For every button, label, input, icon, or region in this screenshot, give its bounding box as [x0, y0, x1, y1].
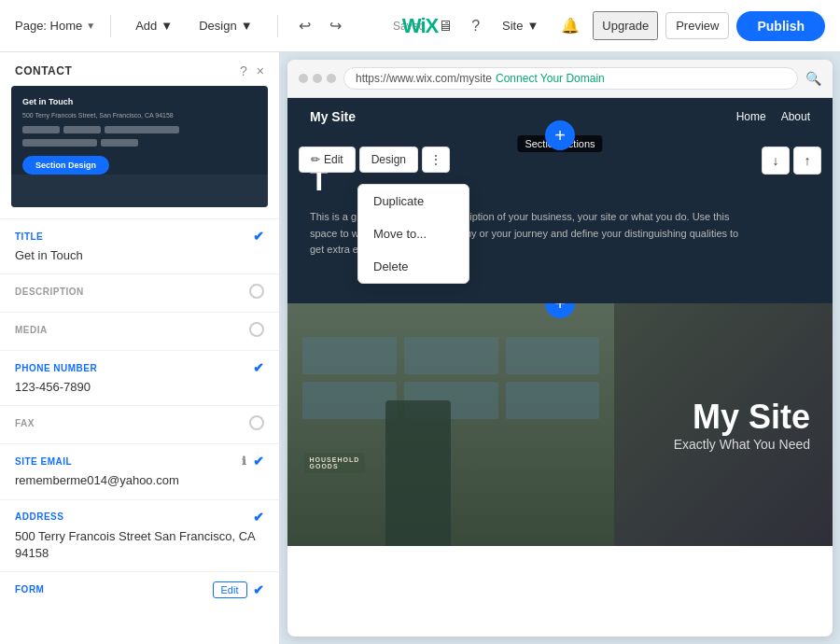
- add-button[interactable]: Add ▼: [126, 13, 182, 38]
- section-design-button[interactable]: Section Design: [22, 156, 109, 175]
- panel-help-icon[interactable]: ?: [240, 63, 247, 78]
- section-add-top-button[interactable]: +: [545, 120, 575, 150]
- facade-window-2: [404, 337, 498, 374]
- design-chevron-icon: ▼: [241, 19, 253, 33]
- preview-fields: [22, 126, 179, 133]
- photo-site-name: My Site: [674, 398, 810, 437]
- field-email-value: rememberme014@yahoo.com: [15, 472, 264, 489]
- browser-dot-red: [299, 74, 308, 83]
- dropdown-delete[interactable]: Delete: [358, 250, 469, 283]
- site-nav-links: Home About: [736, 110, 810, 123]
- field-media: MEDIA: [0, 312, 279, 350]
- left-panel: CONTACT ? × Get in Touch 500 Terry Franc…: [0, 52, 280, 644]
- facade-window-1: [302, 337, 397, 374]
- field-form-edit-button[interactable]: Edit: [213, 581, 247, 598]
- preview-fields-2: [22, 139, 138, 147]
- section-move-buttons: ↓ ↑: [762, 147, 821, 175]
- preview-field-5: [101, 139, 138, 147]
- panel-close-icon[interactable]: ×: [257, 63, 264, 78]
- facade-window-3: [506, 337, 600, 374]
- browser-url-bar[interactable]: https://www.wix.com/mysite Connect Your …: [343, 67, 798, 90]
- help-button[interactable]: ?: [466, 14, 485, 38]
- preview-field-2: [63, 126, 101, 133]
- design-button[interactable]: Design ▼: [189, 13, 261, 38]
- nav-right-group: Saved 🖥 ? Site ▼ 🔔 Upgrade Preview Publi…: [389, 11, 825, 41]
- field-media-circle-icon: [249, 322, 264, 337]
- section-actions-area: Section Actions + ✏ Edit Design ⋮ ↓: [287, 135, 833, 303]
- facade-windows: [287, 322, 614, 434]
- preview-button[interactable]: Preview: [665, 12, 729, 39]
- facade-window-4: [302, 382, 397, 419]
- field-fax: FAX: [0, 405, 279, 443]
- store-sign: HOUSEHOLDGOODS: [304, 453, 366, 473]
- publish-button[interactable]: Publish: [736, 11, 825, 41]
- photo-text: My Site Exactly What You Need: [674, 398, 810, 452]
- field-phone-check-icon: ✔: [253, 360, 265, 375]
- browser-frame: https://www.wix.com/mysite Connect Your …: [287, 60, 833, 637]
- panel-header: CONTACT ? ×: [0, 52, 279, 86]
- website-content: My Site Home About Section Actions + ✏ E…: [287, 98, 833, 637]
- connect-domain-link[interactable]: Connect Your Domain: [496, 72, 605, 85]
- field-label-address: ADDRESS ✔: [15, 510, 264, 525]
- browser-search-icon[interactable]: 🔍: [805, 71, 821, 86]
- site-chevron-icon: ▼: [526, 19, 539, 33]
- url-text: https://www.wix.com/mysite: [356, 72, 492, 85]
- photo-section: + HOUSEHOLDGOO: [287, 303, 833, 546]
- preview-field-4: [22, 139, 97, 147]
- field-phone: PHONE NUMBER ✔ 123-456-7890: [0, 350, 279, 405]
- field-label-title: TITLE ✔: [15, 229, 264, 244]
- contact-preview: Get in Touch 500 Terry Francois Street, …: [11, 86, 268, 207]
- field-fax-circle-icon: [249, 415, 264, 430]
- field-label-media: MEDIA: [15, 322, 264, 337]
- redo-button[interactable]: ↪: [324, 13, 347, 38]
- notifications-bell-icon[interactable]: 🔔: [555, 13, 585, 38]
- undo-button[interactable]: ↩: [293, 13, 316, 38]
- field-title: TITLE ✔ Get in Touch: [0, 218, 279, 273]
- nav-divider-2: [277, 15, 278, 37]
- photo-tagline: Exactly What You Need: [674, 437, 810, 452]
- site-button[interactable]: Site ▼: [493, 13, 548, 38]
- browser-dots: [299, 74, 336, 83]
- field-address: ADDRESS ✔ 500 Terry Francois Street San …: [0, 499, 279, 571]
- field-form-icons: Edit ✔: [213, 581, 264, 598]
- upgrade-button[interactable]: Upgrade: [593, 11, 658, 40]
- nav-divider-1: [110, 15, 111, 37]
- field-email: SITE EMAIL ℹ ✔ rememberme014@yahoo.com: [0, 443, 279, 498]
- field-description: DESCRIPTION: [0, 273, 279, 312]
- field-title-check-icon: ✔: [253, 229, 265, 244]
- field-label-phone: PHONE NUMBER ✔: [15, 360, 264, 375]
- wix-logo: WiX: [402, 14, 438, 38]
- move-down-button[interactable]: ↓: [762, 147, 790, 175]
- preview-title: Get in Touch: [22, 97, 73, 106]
- page-selector[interactable]: Page: Home ▼: [15, 19, 95, 33]
- field-label-fax: FAX: [15, 415, 264, 430]
- building-facade: HOUSEHOLDGOODS: [287, 303, 614, 546]
- field-phone-value: 123-456-7890: [15, 379, 264, 396]
- right-canvas: https://www.wix.com/mysite Connect Your …: [280, 52, 840, 644]
- more-options-button[interactable]: ⋮: [422, 147, 450, 173]
- field-label-email: SITE EMAIL ℹ ✔: [15, 454, 264, 469]
- panel-header-icons: ? ×: [240, 63, 264, 78]
- dropdown-move-to[interactable]: Move to...: [358, 217, 469, 250]
- preview-map: [11, 175, 268, 207]
- browser-dot-green: [327, 74, 336, 83]
- field-address-check-icon: ✔: [253, 510, 265, 525]
- facade-door: [385, 400, 451, 546]
- section-toolbar: ✏ Edit Design ⋮: [299, 147, 450, 173]
- design-section-button[interactable]: Design: [359, 147, 418, 173]
- panel-title: CONTACT: [15, 64, 72, 77]
- nav-link-home[interactable]: Home: [736, 110, 766, 123]
- preview-address: 500 Terry Francois Street, San Francisco…: [22, 112, 174, 119]
- facade-window-6: [506, 382, 600, 419]
- dropdown-duplicate[interactable]: Duplicate: [358, 185, 469, 217]
- field-form: FORM Edit ✔: [0, 571, 279, 611]
- edit-section-button[interactable]: ✏ Edit: [299, 147, 356, 173]
- move-up-button[interactable]: ↑: [793, 147, 821, 175]
- field-email-icons: ℹ ✔: [242, 454, 264, 469]
- nav-link-about[interactable]: About: [781, 110, 810, 123]
- edit-pencil-icon: ✏: [311, 153, 320, 166]
- dropdown-menu: Duplicate Move to... Delete: [357, 184, 469, 284]
- field-email-check-icon: ✔: [253, 454, 265, 469]
- top-navbar: Page: Home ▼ Add ▼ Design ▼ ↩ ↪ WiX Save…: [0, 0, 840, 52]
- add-chevron-icon: ▼: [161, 19, 173, 33]
